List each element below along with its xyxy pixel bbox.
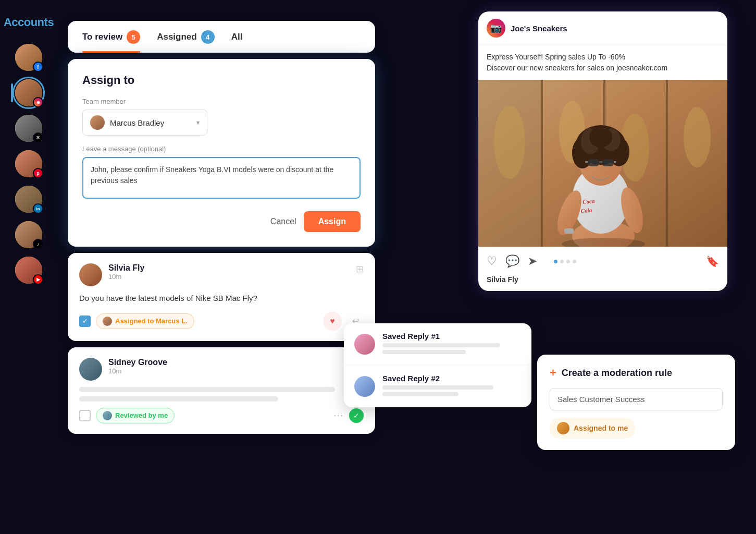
- message-header-sidney: Sidney Groove 10m 🔔: [79, 358, 364, 381]
- saved-reply-1-title: Saved Reply #1: [382, 332, 521, 341]
- dot-2: [560, 260, 564, 263]
- svg-rect-23: [588, 159, 599, 166]
- modal-actions: Cancel Assign: [82, 211, 361, 232]
- sidney-name: Sidney Groove: [108, 358, 346, 367]
- instagram-card: 📷 Joe's Sneakers Express Yourself! Sprin…: [478, 11, 727, 291]
- silvia-message-text: Do you have the latest models of Nike SB…: [79, 293, 364, 305]
- silvia-avatar: [79, 263, 102, 286]
- cancel-button[interactable]: Cancel: [270, 217, 296, 226]
- svg-point-5: [494, 106, 525, 179]
- assigned-badge-silvia[interactable]: Assigned to Marcus L.: [96, 313, 194, 329]
- sidebar-item-linkedin[interactable]: in: [15, 186, 42, 213]
- mod-rule-title: + Create a moderation rule: [550, 366, 723, 380]
- content-line-2: [79, 396, 278, 402]
- silvia-checkbox[interactable]: ✓: [79, 315, 91, 327]
- sidebar-item-youtube[interactable]: ▶: [15, 257, 42, 284]
- moderation-rule-card: + Create a moderation rule Assigned to m…: [537, 355, 735, 450]
- message-input[interactable]: John, please confirm if Sneakers Yoga B.…: [82, 157, 361, 199]
- svg-text:Coca: Coca: [583, 198, 596, 205]
- ig-caption-line1: Express Yourself! Spring sales Up To -60…: [487, 52, 719, 63]
- sidebar-item-twitter[interactable]: ✕: [15, 115, 42, 142]
- dot-3: [566, 260, 570, 263]
- message-card-sidney: Sidney Groove 10m 🔔 Reviewed by me ··· ✓: [68, 347, 375, 434]
- assigned-to-me-text: Assigned to me: [574, 424, 628, 432]
- sidney-footer: Reviewed by me ··· ✓: [79, 408, 364, 423]
- silvia-name: Silvia Fly: [108, 263, 350, 273]
- bookmark-icon[interactable]: 🔖: [706, 255, 719, 268]
- svg-rect-2: [541, 80, 543, 247]
- ig-photo-svg: Coca Cola: [478, 80, 727, 247]
- tab-all[interactable]: All: [231, 32, 243, 51]
- message-header-silvia: Silvia Fly 10m ⊞: [79, 263, 364, 286]
- sidney-time: 10m: [108, 367, 346, 375]
- reviewed-badge-text: Reviewed by me: [115, 411, 168, 419]
- ig-caption-line2: Discover our new sneakers for sales on j…: [487, 63, 719, 74]
- tab-to-review-badge: 5: [127, 30, 140, 44]
- content-line-1: [79, 387, 335, 392]
- tab-to-review-label: To review: [82, 32, 122, 42]
- mod-rule-input[interactable]: [550, 388, 723, 410]
- saved-reply-2[interactable]: Saved Reply #2: [344, 366, 531, 407]
- assign-button[interactable]: Assign: [304, 211, 361, 232]
- tiktok-badge: ♪: [33, 239, 43, 249]
- member-avatar: [90, 115, 105, 130]
- dot-4: [573, 260, 576, 263]
- sidebar-item-pinterest[interactable]: p: [15, 150, 42, 177]
- assigned-badge-avatar: [103, 317, 112, 326]
- svg-rect-24: [602, 159, 614, 166]
- chevron-down-icon: ▾: [196, 119, 200, 126]
- like-icon[interactable]: ♡: [487, 254, 497, 268]
- message-label: Leave a message (optional): [82, 145, 361, 153]
- saved-reply-2-line1: [382, 385, 493, 390]
- dot-1: [554, 260, 557, 263]
- message-card-silvia: Silvia Fly 10m ⊞ Do you have the latest …: [68, 253, 375, 341]
- tab-all-label: All: [231, 32, 243, 42]
- share-icon[interactable]: ➤: [528, 254, 537, 268]
- heart-button[interactable]: ♥: [323, 312, 342, 331]
- sidebar-item-tiktok[interactable]: ♪: [15, 221, 42, 248]
- youtube-badge: ▶: [33, 274, 43, 285]
- sidney-checkbox[interactable]: [79, 410, 91, 421]
- ig-actions: ♡ 💬 ➤ 🔖: [478, 247, 727, 275]
- dots-menu-button[interactable]: ···: [334, 411, 344, 420]
- saved-reply-1[interactable]: Saved Reply #1: [344, 323, 531, 366]
- svg-rect-25: [599, 161, 602, 163]
- instagram-logo: 📷: [487, 19, 505, 38]
- svg-rect-26: [585, 161, 588, 163]
- ig-header: 📷 Joe's Sneakers: [478, 11, 727, 45]
- saved-replies-panel: Saved Reply #1 Saved Reply #2: [344, 323, 531, 407]
- pinterest-badge: p: [33, 168, 43, 178]
- svg-rect-4: [666, 80, 668, 247]
- assigned-badge-text: Assigned to Marcus L.: [115, 317, 188, 325]
- ig-image: Coca Cola: [478, 80, 727, 247]
- team-member-select[interactable]: Marcus Bradley ▾: [82, 110, 207, 136]
- saved-reply-2-content: Saved Reply #2: [382, 374, 521, 399]
- instagram-badge: ◉: [33, 97, 43, 107]
- image-icon: ⊞: [356, 263, 364, 275]
- saved-reply-1-avatar: [354, 334, 375, 355]
- tab-assigned[interactable]: Assigned 4: [157, 30, 215, 53]
- tab-assigned-label: Assigned: [157, 32, 197, 42]
- comment-icon[interactable]: 💬: [505, 254, 519, 268]
- svg-point-22: [589, 127, 612, 148]
- saved-reply-1-content: Saved Reply #1: [382, 332, 521, 357]
- saved-reply-1-line2: [382, 350, 466, 354]
- silvia-info: Silvia Fly 10m: [108, 263, 350, 281]
- linkedin-badge: in: [33, 203, 43, 214]
- mod-rule-title-text: Create a moderation rule: [562, 368, 672, 379]
- reviewed-badge-avatar: [103, 411, 112, 420]
- sidebar-item-facebook[interactable]: f: [15, 44, 42, 71]
- sidebar-item-instagram[interactable]: ◉: [15, 79, 42, 106]
- assigned-to-me-badge[interactable]: Assigned to me: [550, 418, 635, 439]
- tab-to-review[interactable]: To review 5: [82, 30, 140, 53]
- ig-account-name: Joe's Sneakers: [511, 24, 567, 33]
- reviewed-badge[interactable]: Reviewed by me: [96, 408, 175, 423]
- facebook-badge: f: [33, 62, 43, 72]
- sidebar: Accounts f ◉ ✕ p in ♪ ▶: [0, 0, 57, 534]
- active-indicator: [11, 83, 13, 102]
- tabs-panel: To review 5 Assigned 4 All: [68, 21, 375, 53]
- ig-caption: Express Yourself! Spring sales Up To -60…: [478, 45, 727, 80]
- check-green-button[interactable]: ✓: [349, 408, 364, 423]
- sidney-info: Sidney Groove 10m: [108, 358, 346, 375]
- assign-modal-title: Assign to: [82, 74, 361, 87]
